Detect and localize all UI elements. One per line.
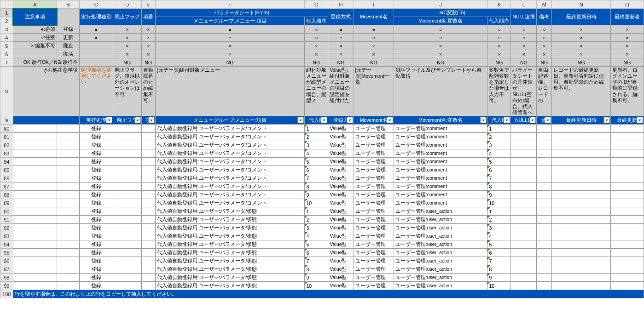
cell-E82[interactable] [141, 141, 155, 149]
cell-F82[interactable]: 代入値自動登録用:ユーザー:パラメータ/コメント [155, 141, 305, 149]
cell-J85[interactable]: ユーザー管理:comment [394, 166, 487, 174]
cell-O94[interactable] [610, 240, 644, 249]
cell-D81[interactable] [113, 133, 141, 141]
col-header-K[interactable]: K [487, 0, 511, 9]
cell-G6[interactable]: × [305, 50, 328, 58]
cell-G85[interactable]: 6 [305, 166, 328, 174]
row-header-8[interactable]: 8 [0, 67, 13, 116]
row-header-99[interactable]: 99 [0, 282, 13, 290]
row-header-3[interactable]: 3 [0, 25, 13, 34]
cell-G86[interactable]: 7 [305, 174, 328, 183]
row-header-85[interactable]: 85 [0, 166, 13, 174]
cell-N89[interactable] [552, 199, 610, 207]
cell-A87[interactable] [13, 183, 57, 191]
cell-N90[interactable] [552, 207, 610, 216]
cell-B88[interactable] [57, 191, 80, 199]
cell-M87[interactable] [537, 183, 552, 191]
cell-L6[interactable]: × [511, 50, 537, 58]
cell-N84[interactable] [552, 158, 610, 166]
cell-C80[interactable]: 登録 [79, 125, 113, 133]
cell-H6[interactable]: × [328, 50, 354, 58]
cell-I88[interactable]: ユーザー管理 [354, 191, 394, 199]
cell-E80[interactable] [141, 125, 155, 133]
cell-I3[interactable]: ● [354, 25, 394, 34]
cell-D91[interactable] [113, 216, 141, 224]
filter-header-N[interactable]: 最終更新日時 [552, 116, 610, 125]
cell-O87[interactable] [610, 183, 644, 191]
cell-B80[interactable] [57, 125, 80, 133]
cell-G81[interactable]: 2 [305, 133, 328, 141]
cell-E6[interactable]: × [141, 50, 155, 58]
cell-N92[interactable] [552, 224, 610, 232]
cell-A85[interactable] [13, 166, 57, 174]
cell-E7[interactable]: NG [141, 58, 155, 67]
cell-A91[interactable] [13, 216, 57, 224]
cell-J87[interactable]: ユーザー管理:comment [394, 183, 487, 191]
filter-header-K[interactable]: 代入順 [487, 116, 511, 125]
cell-C4[interactable]: ● [79, 34, 113, 42]
cell-M82[interactable] [537, 141, 552, 149]
cell-G3[interactable]: ○ [305, 25, 328, 34]
cell-M99[interactable] [537, 282, 552, 290]
cell-J80[interactable]: ユーザー管理:comment [394, 125, 487, 133]
cell-K4[interactable]: ○ [487, 34, 511, 42]
cell-D80[interactable] [113, 125, 141, 133]
cell-A94[interactable] [13, 240, 57, 249]
cell-C93[interactable]: 登録 [79, 232, 113, 240]
cell-H5[interactable]: × [328, 42, 354, 50]
column-header-row[interactable]: A B C D E F G H I J K L M N O [0, 0, 644, 9]
cell-A1[interactable]: 注意事項 [13, 9, 57, 25]
cell-N93[interactable] [552, 232, 610, 240]
col-header-A[interactable]: A [13, 0, 57, 9]
cell-J2[interactable]: Movement名:変数名 [394, 17, 487, 25]
cell-C98[interactable]: 登録 [79, 274, 113, 282]
row-header-94[interactable]: 94 [0, 240, 13, 249]
col-header-D[interactable]: D [113, 0, 141, 9]
cell-K83[interactable]: 4 [487, 149, 511, 158]
cell-I82[interactable]: ユーザー管理 [354, 141, 394, 149]
cell-D5[interactable]: × [113, 42, 141, 50]
cell-F95[interactable]: 代入値自動登録用:ユーザー:パラメータ/状態 [155, 249, 305, 257]
cell-K85[interactable]: 6 [487, 166, 511, 174]
cell-D88[interactable] [113, 191, 141, 199]
cell-B89[interactable] [57, 199, 80, 207]
cell-D97[interactable] [113, 265, 141, 274]
cell-K99[interactable]: 10 [487, 282, 511, 290]
cell-L89[interactable] [511, 199, 537, 207]
cell-J88[interactable]: ユーザー管理:comment [394, 191, 487, 199]
cell-D4[interactable]: × [113, 34, 141, 42]
table-row[interactable]: 80登録代入値自動登録用:ユーザー:パラメータ/コメント1Value型ユーザー管… [0, 125, 644, 133]
cell-M98[interactable] [537, 274, 552, 282]
cell-G5[interactable]: × [305, 42, 328, 50]
cell-M1[interactable]: 備考 [537, 9, 552, 25]
cell-M85[interactable] [537, 166, 552, 174]
cell-A84[interactable] [13, 158, 57, 166]
cell-J97[interactable]: ユーザー管理:user_action [394, 265, 487, 274]
cell-K96[interactable]: 7 [487, 257, 511, 265]
cell-F3[interactable]: ● [155, 25, 305, 34]
cell-L90[interactable] [511, 207, 537, 216]
cell-F88[interactable]: 代入値自動登録用:ユーザー:パラメータ/コメント [155, 191, 305, 199]
cell-I1[interactable]: Movement名 [354, 9, 394, 25]
row-header-97[interactable]: 97 [0, 265, 13, 274]
cell-H90[interactable]: Value型 [328, 207, 354, 216]
cell-N6[interactable]: × [552, 50, 610, 58]
cell-O99[interactable] [610, 282, 644, 290]
cell-H82[interactable]: Value型 [328, 141, 354, 149]
cell-I85[interactable]: ユーザー管理 [354, 166, 394, 174]
cell-J89[interactable]: ユーザー管理:comment [394, 199, 487, 207]
cell-I87[interactable]: ユーザー管理 [354, 183, 394, 191]
cell-E81[interactable] [141, 133, 155, 141]
row-header-98[interactable]: 98 [0, 274, 13, 282]
cell-C89[interactable]: 登録 [79, 199, 113, 207]
cell-L92[interactable] [511, 224, 537, 232]
cell-A8[interactable]: その他注意事項 [13, 67, 79, 116]
cell-D3[interactable]: × [113, 25, 141, 34]
cell-F6[interactable]: × [155, 50, 305, 58]
cell-H1[interactable]: 登録方式 [328, 9, 354, 25]
cell-G95[interactable]: 6 [305, 249, 328, 257]
cell-F85[interactable]: 代入値自動登録用:ユーザー:パラメータ/コメント [155, 166, 305, 174]
cell-J1[interactable]: IaC変数(To) [394, 9, 511, 17]
cell-F8[interactable]: [元データ]紐付対象メニュー [155, 67, 305, 116]
cell-J95[interactable]: ユーザー管理:user_action [394, 249, 487, 257]
